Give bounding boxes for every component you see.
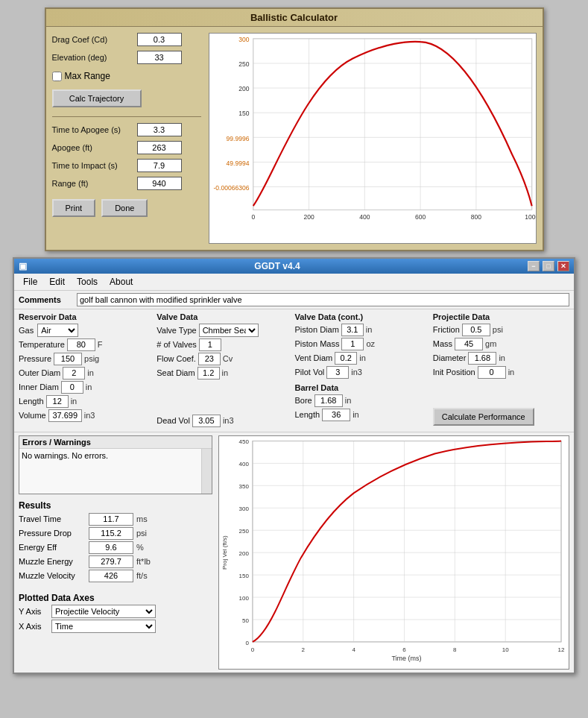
time-impact-row: Time to Impact (s)	[52, 159, 201, 172]
calc-performance-button[interactable]: Calculate Performance	[433, 408, 534, 426]
pressure-input[interactable]	[54, 353, 82, 365]
bore-input[interactable]	[314, 394, 343, 407]
valve-col: Valve Data Valve Type Chmber Seal # of V…	[157, 312, 293, 429]
plotted-header: Plotted Data Axes	[19, 593, 212, 603]
results-header: Results	[19, 500, 212, 511]
piston-diam-row: Piston Diam in	[295, 324, 431, 336]
plotted-section: Plotted Data Axes Y Axis Projectile Velo…	[19, 590, 212, 634]
dead-vol-input[interactable]	[192, 415, 221, 427]
piston-diam-input[interactable]	[341, 324, 364, 336]
flow-coef-input[interactable]	[198, 353, 221, 365]
titlebar-controls: − □ ✕	[528, 261, 569, 271]
pressure-unit: psig	[84, 354, 99, 363]
valve-type-label: Valve Type	[157, 326, 196, 335]
seat-diam-unit: in	[222, 368, 229, 377]
muzzle-vel-input[interactable]	[89, 570, 133, 582]
travel-time-label: Travel Time	[19, 514, 86, 523]
ggdt-title-icon: ▣	[19, 261, 27, 271]
travel-time-input[interactable]	[89, 513, 133, 526]
travel-time-row: Travel Time ms	[19, 513, 212, 526]
flow-coef-row: Flow Coef. Cv	[157, 353, 293, 365]
energy-eff-input[interactable]	[89, 541, 133, 554]
apogee-input[interactable]	[137, 141, 182, 154]
seat-diam-row: Seat Diam in	[157, 367, 293, 380]
comments-bar: Comments	[14, 291, 574, 309]
seat-diam-input[interactable]	[197, 367, 220, 380]
piston-mass-label: Piston Mass	[295, 339, 340, 348]
volume-row: Volume in3	[19, 409, 155, 422]
bore-row: Bore in	[295, 394, 431, 407]
errors-text: No warnings. No errors.	[22, 451, 108, 460]
minimize-button[interactable]: −	[528, 261, 540, 271]
ballistic-left-panel: Drag Coef (Cd) Elevation (deg) Max Range…	[52, 33, 201, 244]
print-button[interactable]: Print	[52, 199, 96, 217]
menu-file[interactable]: File	[17, 275, 43, 289]
elevation-input[interactable]	[137, 51, 182, 64]
piston-mass-row: Piston Mass oz	[295, 338, 431, 350]
muzzle-vel-unit: ft/s	[136, 571, 148, 580]
pilot-vol-input[interactable]	[326, 366, 349, 379]
x-axis-select[interactable]: Time	[51, 620, 156, 633]
barrel-length-label: Length	[295, 410, 320, 419]
svg-text:400: 400	[359, 213, 370, 221]
menu-edit[interactable]: Edit	[43, 275, 71, 289]
muzzle-energy-unit: ft*lb	[136, 557, 151, 566]
svg-rect-28	[253, 441, 561, 641]
inner-diam-row: Inner Diam in	[19, 381, 155, 394]
res-length-input[interactable]	[46, 395, 69, 408]
calc-trajectory-button[interactable]: Calc Trajectory	[52, 89, 142, 107]
outer-diam-label: Outer Diam	[19, 368, 60, 377]
svg-text:8: 8	[453, 646, 457, 653]
time-apogee-input[interactable]	[137, 123, 182, 136]
menu-tools[interactable]: Tools	[71, 275, 104, 289]
muzzle-vel-row: Muzzle Velocity ft/s	[19, 570, 212, 582]
errors-scrollbar[interactable]	[201, 449, 212, 494]
valve-cont-header: Valve Data (cont.)	[295, 312, 431, 321]
menu-about[interactable]: About	[104, 275, 139, 289]
muzzle-energy-label: Muzzle Energy	[19, 557, 86, 566]
time-impact-input[interactable]	[137, 159, 182, 172]
valve-type-select[interactable]: Chmber Seal	[199, 324, 259, 337]
diameter-input[interactable]	[468, 352, 496, 365]
svg-text:150: 150	[238, 110, 249, 117]
mass-unit: gm	[485, 339, 496, 348]
muzzle-energy-row: Muzzle Energy ft*lb	[19, 555, 212, 568]
valve-header: Valve Data	[157, 312, 293, 321]
ggdt-window: ▣ GGDT v4.4 − □ ✕ File Edit Tools About …	[13, 257, 575, 674]
friction-input[interactable]	[462, 324, 490, 336]
num-valves-input[interactable]	[199, 338, 221, 351]
init-pos-input[interactable]	[478, 366, 506, 379]
svg-text:10: 10	[502, 646, 509, 653]
vent-diam-label: Vent Diam	[295, 353, 333, 362]
range-input[interactable]	[137, 177, 182, 190]
num-valves-row: # of Valves	[157, 338, 293, 351]
inner-diam-input[interactable]	[61, 381, 83, 394]
gas-select[interactable]: Air	[37, 324, 78, 337]
mass-label: Mass	[433, 339, 452, 348]
temp-input[interactable]	[67, 338, 95, 351]
max-range-label: Max Range	[65, 71, 110, 81]
mass-input[interactable]	[455, 338, 483, 350]
vent-diam-input[interactable]	[335, 352, 357, 365]
max-range-checkbox[interactable]	[52, 72, 62, 81]
y-axis-select[interactable]: Projectile Velocity	[51, 605, 156, 618]
svg-text:Time (ms): Time (ms)	[391, 655, 421, 662]
close-button[interactable]: ✕	[557, 261, 569, 271]
comments-input[interactable]	[77, 293, 569, 306]
muzzle-energy-input[interactable]	[89, 555, 133, 568]
maximize-button[interactable]: □	[543, 261, 554, 271]
barrel-length-input[interactable]	[322, 409, 350, 421]
svg-text:300: 300	[238, 36, 249, 43]
drag-coef-input[interactable]	[137, 33, 182, 46]
piston-mass-unit: oz	[366, 339, 375, 348]
svg-text:200: 200	[303, 213, 314, 221]
svg-text:49.9994: 49.9994	[226, 160, 249, 167]
done-button[interactable]: Done	[101, 199, 148, 217]
piston-mass-input[interactable]	[341, 338, 364, 350]
inner-diam-label: Inner Diam	[19, 382, 59, 391]
pressure-drop-input[interactable]	[89, 527, 133, 540]
outer-diam-unit: in	[87, 368, 94, 377]
outer-diam-input[interactable]	[63, 367, 85, 380]
vent-diam-unit: in	[359, 353, 366, 362]
volume-input[interactable]	[48, 409, 82, 422]
